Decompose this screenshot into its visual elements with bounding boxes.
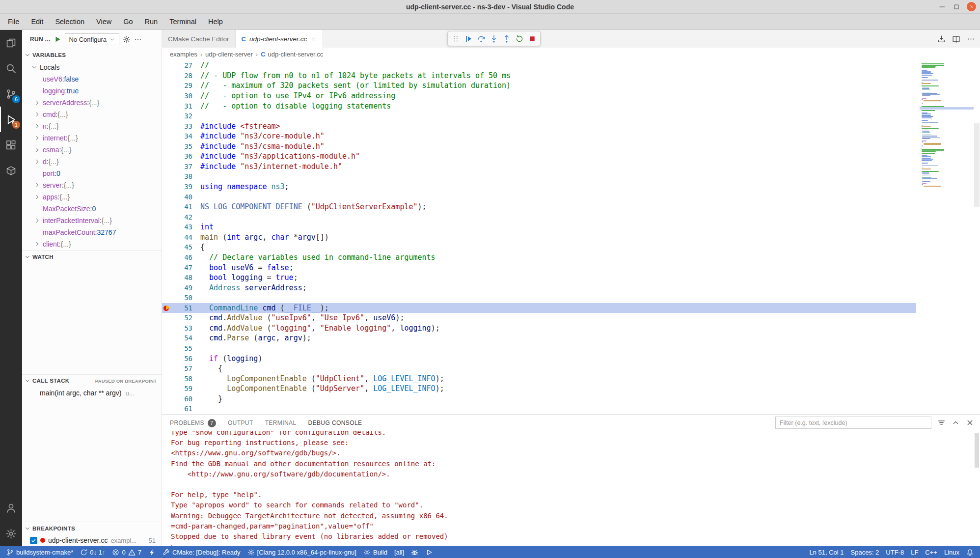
language-mode-status[interactable]: C++ bbox=[922, 546, 941, 558]
glyph-margin[interactable] bbox=[162, 353, 174, 363]
code-line-37[interactable]: 37#include "ns3/internet-module.h" bbox=[162, 162, 916, 172]
line-number[interactable]: 50 bbox=[174, 294, 192, 302]
debug-step-over-button[interactable] bbox=[475, 32, 488, 45]
line-number[interactable]: 61 bbox=[174, 405, 192, 413]
glyph-margin[interactable] bbox=[162, 293, 174, 303]
console-filter-input[interactable] bbox=[775, 417, 931, 429]
code-line-57[interactable]: 57 { bbox=[162, 363, 916, 374]
line-number[interactable]: 31 bbox=[174, 102, 192, 110]
glyph-margin[interactable] bbox=[162, 313, 174, 323]
close-button[interactable] bbox=[967, 2, 976, 11]
code-line-49[interactable]: 49 Address serverAddress; bbox=[162, 282, 916, 293]
glyph-margin[interactable] bbox=[162, 323, 174, 334]
encoding-status[interactable]: UTF-8 bbox=[882, 546, 907, 558]
glyph-margin[interactable] bbox=[162, 131, 174, 141]
line-number[interactable]: 55 bbox=[174, 344, 192, 352]
line-number[interactable]: 52 bbox=[174, 314, 192, 322]
eol-status[interactable]: LF bbox=[907, 546, 922, 558]
variable-row-port[interactable]: port: 0 bbox=[22, 167, 162, 179]
line-number[interactable]: 53 bbox=[174, 324, 192, 332]
code-line-43[interactable]: 43int bbox=[162, 222, 916, 232]
glyph-margin[interactable] bbox=[162, 202, 174, 212]
breadcrumb-item[interactable]: udp-client-server bbox=[205, 51, 253, 58]
glyph-margin[interactable] bbox=[162, 242, 174, 252]
variable-row-logging[interactable]: logging: true bbox=[22, 85, 162, 97]
menu-run[interactable]: Run bbox=[139, 14, 164, 29]
breakpoint-item[interactable]: udp-client-server.ccexampl...51 bbox=[22, 534, 162, 546]
line-number[interactable]: 35 bbox=[174, 142, 192, 150]
code-line-33[interactable]: 33#include <fstream> bbox=[162, 121, 916, 131]
debug-restart-button[interactable] bbox=[513, 32, 526, 45]
line-number[interactable]: 45 bbox=[174, 243, 192, 251]
stack-frame[interactable]: main(int argc, char ** argv)u... bbox=[22, 387, 162, 399]
editor-scrollbar[interactable] bbox=[974, 60, 980, 414]
debug-continue-button[interactable] bbox=[462, 32, 475, 45]
panel-tab-problems[interactable]: PROBLEMS7 bbox=[170, 415, 216, 431]
glyph-margin[interactable] bbox=[162, 384, 174, 394]
git-branch-status[interactable]: buildsystem-cmake* bbox=[3, 546, 77, 558]
sync-status[interactable]: 0↓ 1↑ bbox=[77, 546, 109, 558]
quick-action-status[interactable] bbox=[145, 546, 159, 558]
more-actions-icon[interactable] bbox=[134, 35, 142, 43]
code-line-58[interactable]: 58 LogComponentEnable ("UdpClient", LOG_… bbox=[162, 373, 916, 384]
line-number[interactable]: 38 bbox=[174, 172, 192, 180]
panel-tab-output[interactable]: OUTPUT bbox=[228, 415, 253, 431]
cmake-kit-status[interactable]: [Clang 12.0.0 x86_64-pc-linux-gnu] bbox=[244, 546, 360, 558]
code-line-52[interactable]: 52 cmd.AddValue ("useIpv6", "Use Ipv6", … bbox=[162, 313, 916, 323]
variable-row-useV6[interactable]: useV6: false bbox=[22, 73, 162, 85]
activity-explorer[interactable] bbox=[0, 30, 22, 56]
variable-row-server[interactable]: server: {...} bbox=[22, 179, 162, 191]
glyph-margin[interactable] bbox=[162, 373, 174, 384]
glyph-margin[interactable] bbox=[162, 182, 174, 192]
glyph-margin[interactable] bbox=[162, 394, 174, 404]
line-number[interactable]: 43 bbox=[174, 223, 192, 231]
glyph-margin[interactable] bbox=[162, 111, 174, 121]
line-number[interactable]: 39 bbox=[174, 183, 192, 191]
line-number[interactable]: 44 bbox=[174, 233, 192, 241]
code-line-29[interactable]: 29// - maximum of 320 packets sent (or l… bbox=[162, 81, 916, 91]
activity-run-and-debug[interactable]: 1 bbox=[0, 107, 22, 132]
section-header-watch[interactable]: WATCH bbox=[22, 250, 162, 263]
code-line-40[interactable]: 40 bbox=[162, 192, 916, 202]
glyph-margin[interactable] bbox=[162, 404, 174, 414]
line-number[interactable]: 29 bbox=[174, 82, 192, 89]
code-line-27[interactable]: 27// bbox=[162, 60, 916, 71]
menu-selection[interactable]: Selection bbox=[49, 14, 90, 29]
glyph-margin[interactable] bbox=[162, 282, 174, 293]
section-header-breakpoints[interactable]: BREAKPOINTS bbox=[22, 522, 162, 534]
glyph-margin[interactable] bbox=[162, 273, 174, 283]
variable-row-maxPacketCount[interactable]: maxPacketCount: 32767 bbox=[22, 226, 162, 238]
code-line-54[interactable]: 54 cmd.Parse (argc, argv); bbox=[162, 333, 916, 343]
code-line-60[interactable]: 60 } bbox=[162, 394, 916, 404]
variable-row-d[interactable]: d: {...} bbox=[22, 156, 162, 167]
console-scrollbar[interactable] bbox=[975, 433, 979, 468]
activity-account[interactable] bbox=[0, 495, 22, 521]
activity-settings[interactable] bbox=[0, 521, 22, 546]
minimize-button[interactable] bbox=[938, 3, 946, 11]
indentation-status[interactable]: Spaces: 2 bbox=[847, 546, 883, 558]
glyph-margin[interactable] bbox=[162, 81, 174, 91]
glyph-margin[interactable] bbox=[162, 333, 174, 343]
glyph-margin[interactable] bbox=[162, 171, 174, 182]
code-line-55[interactable]: 55 bbox=[162, 343, 916, 354]
code-line-44[interactable]: 44main (int argc, char *argv[]) bbox=[162, 232, 916, 243]
line-number[interactable]: 37 bbox=[174, 163, 192, 170]
code-line-31[interactable]: 31// - option to disable logging stateme… bbox=[162, 101, 916, 111]
variable-row-internet[interactable]: internet: {...} bbox=[22, 132, 162, 144]
filter-lines-icon[interactable] bbox=[937, 418, 946, 427]
glyph-margin[interactable] bbox=[162, 232, 174, 243]
line-number[interactable]: 28 bbox=[174, 72, 192, 80]
code-line-34[interactable]: 34#include "ns3/core-module.h" bbox=[162, 131, 916, 141]
line-number[interactable]: 40 bbox=[174, 193, 192, 201]
editor-tab-udp-client-server-cc[interactable]: Cudp-client-server.cc bbox=[236, 30, 324, 48]
menu-edit[interactable]: Edit bbox=[25, 14, 49, 29]
code-line-42[interactable]: 42 bbox=[162, 212, 916, 222]
code-line-59[interactable]: 59 LogComponentEnable ("UdpServer", LOG_… bbox=[162, 384, 916, 394]
glyph-margin[interactable] bbox=[162, 121, 174, 131]
variable-row-interPacketInterval[interactable]: interPacketInterval: {...} bbox=[22, 215, 162, 226]
code-line-50[interactable]: 50 bbox=[162, 293, 916, 303]
close-panel-icon[interactable] bbox=[966, 418, 974, 427]
code-line-56[interactable]: 56 if (logging) bbox=[162, 353, 916, 363]
line-number[interactable]: 47 bbox=[174, 264, 192, 272]
line-number[interactable]: 60 bbox=[174, 395, 192, 403]
